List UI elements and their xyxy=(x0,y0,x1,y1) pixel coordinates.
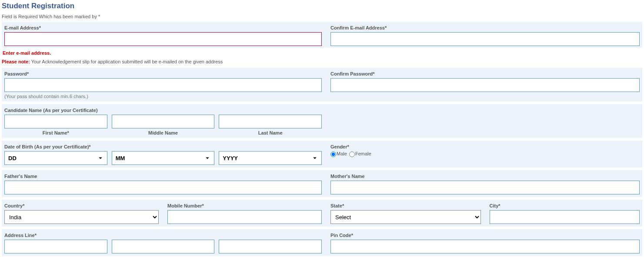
middle-name-sublabel: Middle Name xyxy=(112,130,215,135)
confirm-email-input[interactable] xyxy=(330,32,640,46)
dob-month-select[interactable]: MM xyxy=(112,151,215,165)
state-select[interactable]: Select xyxy=(330,210,481,224)
state-label: State* xyxy=(330,203,481,208)
address-line2-input[interactable] xyxy=(112,240,215,253)
mobile-label: Mobile Number* xyxy=(167,203,322,208)
pincode-input[interactable] xyxy=(330,240,640,253)
confirm-email-label: Confirm E-mail Address* xyxy=(330,25,640,30)
please-note: Please note: Your Acknowledgement slip f… xyxy=(2,59,642,64)
country-label: Country* xyxy=(4,203,159,208)
section-parents: Father's Name Mother's Name xyxy=(2,170,642,197)
pincode-label: Pin Code* xyxy=(330,233,640,238)
last-name-sublabel: Last Name xyxy=(219,130,322,135)
mobile-input[interactable] xyxy=(167,210,322,224)
gender-female-label: Female xyxy=(355,151,371,156)
father-name-input[interactable] xyxy=(4,181,322,194)
section-address: Address Line* Pin Code* xyxy=(2,229,642,256)
please-note-prefix: Please note: xyxy=(2,59,30,64)
mother-name-input[interactable] xyxy=(330,181,640,194)
city-label: City* xyxy=(490,203,640,208)
section-dob-gender: Date of Birth (As per your Certificate)*… xyxy=(2,141,642,168)
first-name-sublabel: First Name* xyxy=(4,130,107,135)
dob-day-select[interactable]: DD xyxy=(4,151,107,165)
section-name: Candidate Name (As per your Certificate)… xyxy=(2,104,642,138)
city-input[interactable] xyxy=(490,210,640,224)
country-select[interactable]: India xyxy=(4,210,159,224)
father-name-label: Father's Name xyxy=(4,174,322,179)
gender-male-label: Male xyxy=(337,151,347,156)
name-section-label: Candidate Name (As per your Certificate) xyxy=(4,108,322,113)
password-label: Password* xyxy=(4,71,322,76)
section-email: E-mail Address* Confirm E-mail Address* xyxy=(2,22,642,48)
address-line1-input[interactable] xyxy=(4,240,107,253)
password-input[interactable] xyxy=(4,78,322,92)
password-hint: (Your pass should contain min.6 chars.) xyxy=(4,94,322,99)
gender-female-radio[interactable] xyxy=(349,151,355,157)
gender-label: Gender* xyxy=(330,144,640,149)
section-password: Password* (Your pass should contain min.… xyxy=(2,68,642,102)
address-line3-input[interactable] xyxy=(219,240,322,253)
page-title: Student Registration xyxy=(2,2,642,10)
mother-name-label: Mother's Name xyxy=(330,174,640,179)
email-label: E-mail Address* xyxy=(4,25,322,30)
dob-year-select[interactable]: YYYY xyxy=(219,151,322,165)
address-label: Address Line* xyxy=(4,233,322,238)
first-name-input[interactable] xyxy=(4,115,107,128)
please-note-text: Your Acknowledgement slip for applicatio… xyxy=(30,59,223,64)
email-error: Enter e-mail address. xyxy=(2,48,319,58)
section-location: Country* India Mobile Number* State* Sel… xyxy=(2,200,642,227)
gender-radio-group: Male Female xyxy=(330,151,640,157)
last-name-input[interactable] xyxy=(219,115,322,128)
dob-label: Date of Birth (As per your Certificate)* xyxy=(4,144,322,149)
gender-male-radio[interactable] xyxy=(330,151,336,157)
confirm-password-label: Confirm Password* xyxy=(330,71,640,76)
middle-name-input[interactable] xyxy=(112,115,215,128)
confirm-password-input[interactable] xyxy=(330,78,640,92)
email-input[interactable] xyxy=(4,32,322,46)
required-note: Field is Required Which has been marked … xyxy=(2,14,642,19)
